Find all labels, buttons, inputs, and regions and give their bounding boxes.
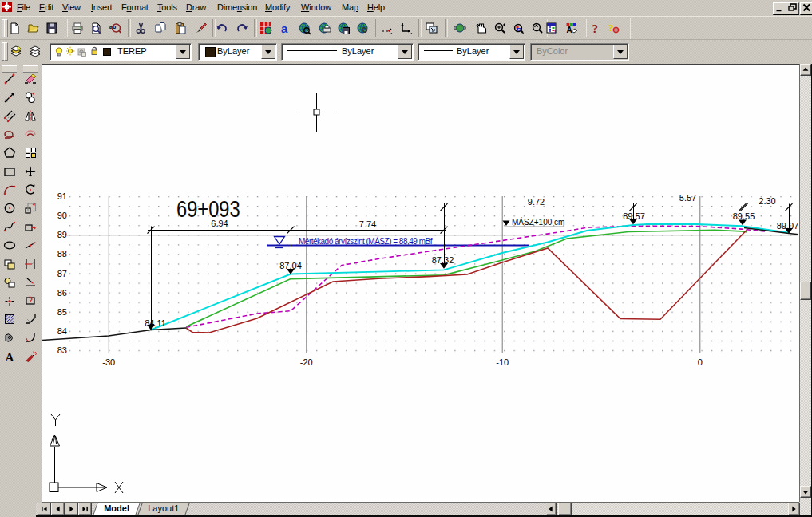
svg-text:-10: -10 [496,357,509,367]
svg-text:84: 84 [57,326,67,336]
svg-text:89,07: 89,07 [777,221,798,231]
svg-text:7.74: 7.74 [359,219,376,229]
svg-text:Mértékadó árvízszint (MÁSZ) =: Mértékadó árvízszint (MÁSZ) = 88,49 mBf [299,236,433,246]
svg-text:-30: -30 [102,357,115,367]
svg-text:86: 86 [57,288,67,298]
svg-text:87: 87 [57,269,67,278]
svg-text:87,32: 87,32 [432,255,454,265]
svg-text:89,55: 89,55 [733,211,755,221]
svg-text:85: 85 [57,307,67,317]
svg-text:88: 88 [57,249,67,258]
svg-text:A: A [567,26,572,34]
svg-text:?: ? [608,22,614,34]
svg-text:!: ! [554,29,557,36]
svg-text:90: 90 [57,211,67,220]
svg-text:A: A [6,351,14,364]
svg-text:84,11: 84,11 [145,318,166,328]
svg-text:?: ? [592,22,599,35]
svg-text:89,57: 89,57 [623,211,645,221]
svg-text:91: 91 [57,191,67,201]
svg-text:MÁSZ+100 cm: MÁSZ+100 cm [512,217,564,227]
svg-text:2.30: 2.30 [759,196,775,206]
svg-text:a: a [281,22,288,35]
svg-text:9.72: 9.72 [528,197,545,207]
svg-text:69+093: 69+093 [176,195,240,222]
svg-text:89: 89 [57,230,67,239]
svg-text:-20: -20 [300,357,313,367]
svg-text:5.57: 5.57 [679,193,696,203]
svg-text:87,04: 87,04 [279,261,302,270]
svg-text:0: 0 [698,357,703,367]
svg-text:83: 83 [57,345,67,355]
